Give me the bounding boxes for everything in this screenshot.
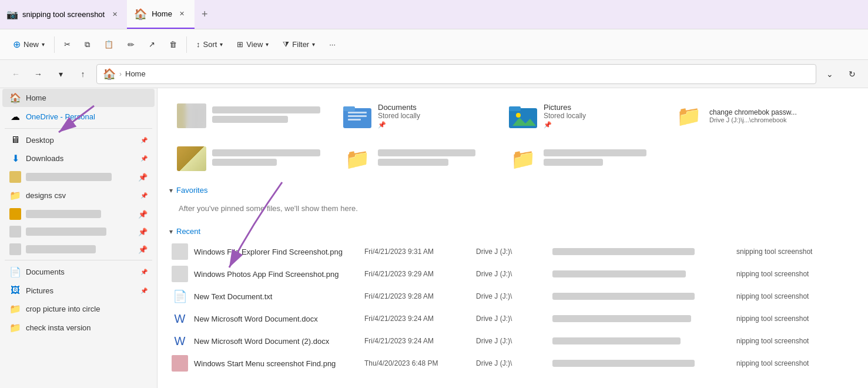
file-loc-1: Drive J (J:)\ <box>476 247 547 256</box>
chromebook-folder-icon: 📁 <box>674 103 703 128</box>
sidebar-item-documents[interactable]: 📄 Documents 📌 <box>2 263 155 281</box>
folder-card-blurred-4[interactable]: 📁 <box>501 141 659 176</box>
file-name-6: Windows Start Menu screenshot Find.png <box>194 359 358 368</box>
folder-card-documents[interactable]: Documents Stored locally 📌 <box>335 98 494 134</box>
folder-card-blurred-3[interactable]: 📁 <box>335 141 494 176</box>
rename-button[interactable]: ✏ <box>122 36 140 53</box>
folder-grid-row1: Documents Stored locally 📌 <box>169 98 856 134</box>
documents-pin-indicator: 📌 <box>378 121 486 129</box>
up-button[interactable]: ↑ <box>74 65 92 83</box>
sidebar-downloads-label: Downloads <box>26 154 136 163</box>
folder-card-blurred-2[interactable] <box>169 141 328 176</box>
forward-button[interactable]: → <box>29 65 47 83</box>
favorites-section-title: Favorites <box>176 186 207 195</box>
svg-rect-4 <box>348 119 361 121</box>
recent-item-2[interactable]: Windows Photos App Find Screenshot.png F… <box>169 263 856 285</box>
view-button[interactable]: ⊞ View ▾ <box>231 36 274 52</box>
title-bar: 📷 snipping tool screenshot ✕ 🏠 Home ✕ + <box>0 0 868 29</box>
main-layout: 🏠 Home ☁ OneDrive - Personal 🖥 Desktop 📌… <box>0 88 868 388</box>
tab-close-home[interactable]: ✕ <box>177 9 187 19</box>
file-tag-4: nipping tool screenshot <box>736 315 854 323</box>
tab-icon-1: 📷 <box>7 9 18 20</box>
sidebar-item-blurred-1[interactable]: 📌 <box>2 169 155 185</box>
refresh-button[interactable]: ↻ <box>843 65 861 83</box>
sidebar-item-onedrive[interactable]: ☁ OneDrive - Personal <box>2 108 155 126</box>
file-thumb-4: W <box>172 310 188 327</box>
sort-chevron-icon: ▾ <box>220 41 223 48</box>
sidebar-item-check-insta[interactable]: 📁 check insta version <box>2 319 155 337</box>
copy-icon: ⧉ <box>85 40 90 49</box>
favorites-section-header[interactable]: ▾ Favorites <box>169 186 856 195</box>
dropdown-button[interactable]: ▾ <box>52 65 69 83</box>
favorites-chevron-icon: ▾ <box>169 186 173 195</box>
separator-2 <box>186 36 187 53</box>
new-tab-button[interactable]: + <box>195 8 215 21</box>
desktop-pin-icon: 📌 <box>140 137 148 143</box>
recent-section-header[interactable]: ▾ Recent <box>169 227 856 236</box>
sidebar-item-blurred-3[interactable]: 📌 <box>2 223 155 240</box>
recent-item-4[interactable]: W New Microsoft Word Document.docx Fri/4… <box>169 307 856 330</box>
folder-card-pictures[interactable]: Pictures Stored locally 📌 <box>501 98 659 134</box>
file-thumb-2 <box>172 266 188 282</box>
new-button[interactable]: ⊕ New ▾ <box>7 35 51 53</box>
sort-button[interactable]: ↕ Sort ▾ <box>190 36 229 52</box>
paste-icon: 📋 <box>104 40 113 49</box>
tab-snipping-tool[interactable]: 📷 snipping tool screenshot ✕ <box>0 0 127 29</box>
sidebar-item-home[interactable]: 🏠 Home <box>2 89 155 107</box>
more-button[interactable]: ··· <box>323 36 341 52</box>
recent-item-6[interactable]: Windows Start Menu screenshot Find.png T… <box>169 352 856 374</box>
sidebar-item-blurred-4[interactable]: 📌 <box>2 241 155 257</box>
sidebar-item-downloads[interactable]: ⬇ Downloads 📌 <box>2 149 155 168</box>
sidebar-item-crop[interactable]: 📁 crop picture into circle <box>2 300 155 318</box>
file-loc-3: Drive J (J:)\ <box>476 292 547 300</box>
breadcrumb[interactable]: 🏠 › Home <box>96 64 816 84</box>
copy-button[interactable]: ⧉ <box>79 36 96 53</box>
share-button[interactable]: ↗ <box>143 36 161 52</box>
filter-button[interactable]: ⧩ Filter ▾ <box>277 36 321 53</box>
tab-home[interactable]: 🏠 Home ✕ <box>127 0 195 29</box>
sidebar-item-desktop[interactable]: 🖥 Desktop 📌 <box>2 131 155 149</box>
documents-sidebar-icon: 📄 <box>9 266 21 277</box>
sidebar-item-designs-csv[interactable]: 📁 designs csv 📌 <box>2 186 155 205</box>
onedrive-icon: ☁ <box>9 111 21 122</box>
recent-item-5[interactable]: W New Microsoft Word Document (2).docx F… <box>169 330 856 352</box>
pictures-pin-indicator: 📌 <box>544 121 652 129</box>
sidebar-item-pictures[interactable]: 🖼 Pictures 📌 <box>2 282 155 299</box>
downloads-icon: ⬇ <box>9 153 21 164</box>
paste-button[interactable]: 📋 <box>98 36 119 52</box>
cut-button[interactable]: ✂ <box>58 36 76 52</box>
desktop-icon: 🖥 <box>9 135 21 145</box>
file-date-3: Fri/4/21/2023 9:28 AM <box>364 292 470 300</box>
sidebar-item-blurred-2[interactable]: 📌 <box>2 206 155 222</box>
sidebar-desktop-label: Desktop <box>26 136 136 145</box>
pictures-folder-icon <box>508 103 538 128</box>
info-blurred-2 <box>212 149 320 168</box>
recent-item-3[interactable]: 📄 New Text Document.txt Fri/4/21/2023 9:… <box>169 285 856 307</box>
address-dropdown-button[interactable]: ⌄ <box>821 65 839 83</box>
sidebar-insta-label: check insta version <box>26 323 148 332</box>
downloads-pin-icon: 📌 <box>140 155 148 162</box>
folder-thumb-blurred-1 <box>177 103 206 128</box>
delete-button[interactable]: 🗑 <box>163 36 183 52</box>
file-path-blurred-3 <box>552 293 730 300</box>
file-name-5: New Microsoft Word Document (2).docx <box>194 337 358 346</box>
back-button[interactable]: ← <box>7 65 25 83</box>
documents-folder-sub: Stored locally <box>378 112 486 120</box>
folder-card-chromebook[interactable]: 📁 change chromebok passw... Drive J (J:)… <box>666 98 825 134</box>
recent-item-1[interactable]: Windows File Explorer Find Screenshot.pn… <box>169 240 856 263</box>
info-blurred-3 <box>378 149 486 168</box>
tab-close-1[interactable]: ✕ <box>109 9 120 20</box>
file-tag-2: nipping tool screenshot <box>736 270 854 278</box>
tab-label-home: Home <box>152 9 172 18</box>
sort-icon: ↕ <box>196 40 200 49</box>
sidebar-documents-label: Documents <box>26 267 136 276</box>
file-name-1: Windows File Explorer Find Screenshot.pn… <box>194 247 358 256</box>
file-date-5: Fri/4/21/2023 9:24 AM <box>364 337 470 345</box>
folder-card-blurred-1[interactable] <box>169 98 328 134</box>
file-date-4: Fri/4/21/2023 9:24 AM <box>364 315 470 323</box>
address-bar: ← → ▾ ↑ 🏠 › Home ⌄ ↻ <box>0 60 868 88</box>
svg-rect-3 <box>348 115 367 117</box>
pin-icon-2: 📌 <box>138 210 148 219</box>
file-thumb-3: 📄 <box>172 288 188 305</box>
documents-folder-name: Documents <box>378 103 486 112</box>
